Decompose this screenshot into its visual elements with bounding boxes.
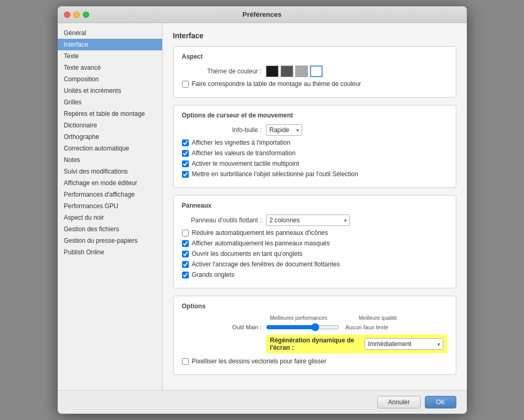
swatch-medium-dark[interactable] [281,66,293,77]
sidebar-item-affichage-editeur[interactable]: Affichage en mode éditeur [58,177,162,189]
ancrage-row: Activer l'ancrage des fenêtres de docume… [182,261,447,268]
titlebar: Préférences [58,6,467,23]
sidebar-item-grilles[interactable]: Grilles [58,96,162,108]
aspect-section: Aspect Thème de couleur : Faire correspo… [173,46,456,98]
grands-onglets-label: Grands onglets [192,271,234,278]
afficher-masques-checkbox[interactable] [182,240,189,247]
slider-container: Aucun faux texte [266,323,389,331]
panneau-dropdown[interactable]: 2 colonnes 1 colonne [266,214,350,226]
onglets-checkbox[interactable] [182,251,189,257]
slider-right-label: Meilleure qualité [359,315,397,321]
sidebar-item-unites[interactable]: Unités et incréments [58,85,162,96]
theme-label: Thème de couleur : [182,68,266,75]
sidebar-item-texte-avance[interactable]: Texte avancé [58,62,162,73]
valeurs-checkbox[interactable] [182,150,189,157]
sidebar: Général Interface Texte Texte avancé Com… [58,23,163,390]
ancrage-checkbox[interactable] [182,261,189,268]
maximize-button[interactable] [83,12,89,18]
sidebar-item-composition[interactable]: Composition [58,73,162,85]
infobull-dropdown-wrap: Rapide Normal Aucune [266,124,302,136]
theme-montage-label: Faire correspondre la table de montage a… [192,80,361,88]
onglets-row: Ouvrir les documents en tant qu'onglets [182,250,447,257]
color-swatches [266,66,323,77]
vignettes-checkbox[interactable] [182,139,189,146]
sidebar-item-perf-affichage[interactable]: Performances d'affichage [58,189,162,200]
pixel-row: Pixelliser les dessins vectoriels pour f… [182,358,447,365]
swatch-medium-light[interactable] [295,66,308,77]
options-heading: Options [182,303,447,310]
tactile-label: Activer le mouvement tactile multipoint [192,160,300,167]
slider-row: Outil Main : Aucun faux texte [182,323,447,331]
tactile-row: Activer le mouvement tactile multipoint [182,160,447,167]
sidebar-item-dictionnaire[interactable]: Dictionnaire [58,120,162,131]
cancel-button[interactable]: Annuler [377,396,421,408]
onglets-label: Ouvrir les documents en tant qu'onglets [192,250,303,257]
options-section: Options Meilleures performances Meilleur… [173,296,456,375]
reduire-checkbox[interactable] [182,230,189,236]
surbrillance-checkbox[interactable] [182,171,189,178]
sidebar-item-interface[interactable]: Interface [58,39,162,50]
afficher-masques-row: Afficher automatiquement les panneaux ma… [182,240,447,247]
reduire-label: Réduire automatiquement les panneaux d'i… [192,229,328,236]
sidebar-item-aspect-noir[interactable]: Aspect du noir [58,212,162,223]
section-title: Interface [173,31,456,40]
sidebar-item-gestion-fichiers[interactable]: Gestion des fichiers [58,223,162,235]
sidebar-item-texte[interactable]: Texte [58,50,162,62]
footer: Annuler OK [58,390,467,414]
aspect-heading: Aspect [182,53,447,60]
regen-dropdown[interactable]: Immédiatement Normal Jamais [365,338,443,350]
regen-row: Régénération dynamique de l'écran : Immé… [182,335,447,353]
valeurs-row: Afficher les valeurs de transformation [182,149,447,157]
preferences-window: Préférences Général Interface Texte Text… [58,6,467,414]
window-title: Préférences [242,10,281,18]
sidebar-item-reperes[interactable]: Repères et table de montage [58,108,162,120]
hand-tool-slider[interactable] [266,323,339,331]
surbrillance-row: Mettre en surbrillance l'objet sélection… [182,170,447,178]
main-content: Général Interface Texte Texte avancé Com… [58,23,467,390]
sidebar-item-orthographe[interactable]: Orthographe [58,131,162,143]
vignettes-row: Afficher les vignettes à l'importation [182,139,447,146]
slider-left-label: Meilleures performances [270,315,328,321]
afficher-masques-label: Afficher automatiquement les panneaux ma… [192,240,330,247]
swatch-light[interactable] [310,66,323,77]
minimize-button[interactable] [73,12,80,18]
slider-headers: Meilleures performances Meilleure qualit… [270,315,447,321]
pixel-checkbox[interactable] [182,358,189,365]
main-panel: Interface Aspect Thème de couleur : Fair… [163,23,467,390]
sidebar-item-notes[interactable]: Notes [58,154,162,166]
sidebar-item-correction[interactable]: Correction automatique [58,143,162,154]
surbrillance-label: Mettre en surbrillance l'objet sélection… [192,170,358,178]
close-button[interactable] [64,12,70,18]
slider-label: Outil Main : [182,324,266,330]
grands-onglets-row: Grands onglets [182,271,447,278]
sidebar-item-perf-gpu[interactable]: Performances GPU [58,200,162,212]
panneaux-section: Panneaux Panneau d'outils flottant : 2 c… [173,195,456,288]
cursor-section: Options de curseur et de mouvement Info-… [173,105,456,188]
infobull-label: Info-bulle : [182,126,266,134]
sidebar-item-suivi[interactable]: Suivi des modifications [58,166,162,177]
swatch-dark[interactable] [266,66,279,77]
pixel-label: Pixelliser les dessins vectoriels pour f… [192,358,327,365]
valeurs-label: Afficher les valeurs de transformation [192,149,296,157]
regen-label: Régénération dynamique de l'écran : [270,337,360,351]
panneau-row: Panneau d'outils flottant : 2 colonnes 1… [182,214,447,226]
ok-button[interactable]: OK [425,396,456,408]
panneau-dropdown-wrap: 2 colonnes 1 colonne [266,214,350,226]
ancrage-label: Activer l'ancrage des fenêtres de docume… [192,261,340,268]
cursor-heading: Options de curseur et de mouvement [182,112,447,119]
regen-highlight: Régénération dynamique de l'écran : Immé… [266,335,447,353]
infobull-dropdown[interactable]: Rapide Normal Aucune [266,124,302,136]
grands-onglets-checkbox[interactable] [182,272,189,278]
regen-dropdown-wrap: Immédiatement Normal Jamais [365,338,443,350]
panneaux-heading: Panneaux [182,202,447,209]
panneau-label: Panneau d'outils flottant : [182,217,266,224]
sidebar-item-publish[interactable]: Publish Online [58,246,162,258]
sidebar-item-gestion-presse[interactable]: Gestion du presse-papiers [58,235,162,246]
sidebar-item-general[interactable]: Général [58,27,162,39]
infobull-row: Info-bulle : Rapide Normal Aucune [182,124,447,136]
theme-montage-row: Faire correspondre la table de montage a… [182,80,447,88]
vignettes-label: Afficher les vignettes à l'importation [192,139,291,146]
theme-montage-checkbox[interactable] [182,81,189,88]
window-buttons [64,12,89,18]
tactile-checkbox[interactable] [182,160,189,167]
